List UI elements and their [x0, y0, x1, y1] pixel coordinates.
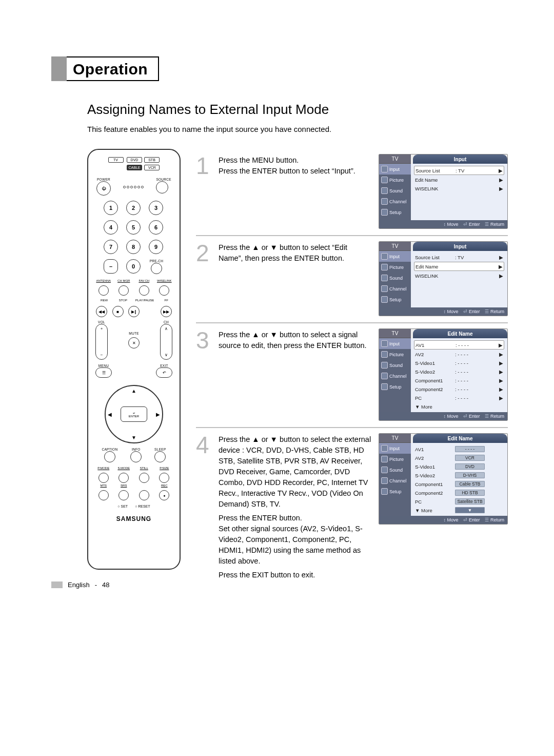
osd-side-label: Picture [389, 178, 404, 183]
nav-up: ▲ [131, 388, 136, 394]
rew-button: ◀◀ [96, 306, 107, 317]
wiselink-label: WISELINK [154, 279, 175, 282]
osd-row-arrow-icon: ▶ [498, 255, 503, 260]
osd-side-item: Sound [379, 273, 411, 283]
osd-side-label: Picture [389, 352, 404, 357]
osd-row-label: AV1 [416, 342, 456, 348]
info-label: INFO [130, 448, 142, 451]
antenna-label: ANTENNA [93, 279, 114, 282]
osd-side-item: Channel [379, 475, 411, 486]
osd-footer: ↕ Move⏎ Enter☰ Return [379, 516, 507, 524]
osd-side-item: Setup [379, 486, 411, 497]
steps-list: 1Press the MENU button.Press the ENTER b… [196, 149, 508, 584]
step-number: 4 [196, 433, 211, 584]
osd-hint: ⏎ Enter [463, 309, 480, 314]
osd-side-icon [381, 264, 388, 270]
menu-button: ☰ [95, 367, 112, 378]
step: 3Press the ▲ or ▼ button to select a sig… [196, 323, 508, 428]
osd-side-icon [381, 445, 388, 452]
osd-row: AV1- - - - [414, 445, 504, 453]
num-5: 5 [126, 220, 141, 235]
osd-side-label: Channel [389, 478, 407, 483]
enter-button: ↵ ENTER [121, 406, 147, 422]
osd-footer: ↕ Move⏎ Enter☰ Return [379, 220, 507, 228]
osd-hint: ⏎ Enter [463, 222, 480, 227]
osd-row-arrow-icon: ▶ [498, 395, 503, 401]
osd-sidebar: InputPictureSoundChannelSetup [379, 443, 411, 516]
osd-row-tag: Satellite STB [455, 498, 485, 505]
osd-hint: ↕ Move [443, 517, 458, 522]
header-title: Operation [67, 56, 159, 81]
osd-row-label: S-Video2 [415, 369, 455, 375]
osd-row-arrow-icon: ▶ [498, 378, 503, 383]
osd-side-icon [381, 187, 388, 194]
osd-row-tag: DVD [455, 463, 485, 470]
power-button: ⏻ [96, 181, 111, 196]
osd-row-label: WISELINK [415, 186, 455, 191]
mts-button [98, 490, 109, 500]
step-text: Press the ▲ or ▼ button to select “Edit … [219, 241, 371, 316]
exit-button: ↶ [156, 367, 172, 378]
osd-side-item: Channel [379, 196, 411, 207]
osd-row: Component1: - - - -▶ [414, 376, 504, 384]
osd-row-label: S-Video1 [415, 464, 455, 470]
osd-sidebar: InputPictureSoundChannelSetup [379, 338, 411, 412]
osd-row-tag: HD STB [455, 490, 485, 496]
step-number: 3 [196, 328, 211, 421]
osd-preview: TVInputInputPictureSoundChannelSetupSour… [379, 241, 508, 316]
osd-side-item: Input [379, 164, 411, 175]
osd-side-icon [381, 198, 388, 205]
osd-side-label: Setup [389, 297, 402, 302]
osd-row: Component1Cable STB [414, 480, 504, 488]
osd-row-tag: ▼ [455, 507, 485, 513]
osd-side-label: Channel [389, 286, 407, 292]
osd-row-label: ▼ More [415, 404, 455, 410]
osd-row-value: : - - - - [455, 369, 498, 375]
osd-hint: ☰ Return [485, 222, 504, 227]
osd-row-value: : TV [456, 168, 498, 173]
osd-row-arrow-icon: ▶ [498, 186, 503, 191]
osd-side-icon [381, 253, 388, 260]
osd-row: Component2HD STB [414, 489, 504, 497]
osd-hint: ⏎ Enter [463, 517, 480, 522]
stop-button: ■ [112, 306, 124, 317]
osd-hint: ☰ Return [485, 309, 504, 314]
step: 4Press the ▲ or ▼ button to select the e… [196, 428, 508, 584]
osd-side-icon [381, 456, 388, 462]
osd-side-item: Input [379, 251, 411, 262]
osd-row-value: : - - - - [456, 342, 498, 348]
volume-rocker: +− [95, 324, 108, 360]
remote-mode-tv: TV [108, 157, 124, 163]
section-intro: This feature enables you to name the inp… [87, 125, 508, 133]
osd-row-label: Source List [416, 168, 456, 173]
osd-row: Edit Name▶ [414, 176, 504, 184]
osd-side-label: Sound [389, 276, 403, 281]
num-2: 2 [126, 201, 141, 215]
srs-button [118, 490, 129, 500]
still-button [139, 473, 149, 483]
psize-label: P.SIZE [154, 467, 175, 470]
osd-row: S-Video1DVD [414, 462, 504, 471]
nav-right: ▶ [156, 412, 160, 417]
osd-side-item: Picture [379, 262, 411, 273]
osd-side-label: Setup [389, 384, 402, 390]
osd-row: ▼ More [414, 402, 504, 411]
step-paragraph: Press the ENTER button.Set other signal … [219, 513, 371, 567]
caption-button [104, 451, 115, 462]
footer-sep: - [95, 581, 97, 589]
osd-tv-label: TV [379, 154, 411, 164]
osd-side-label: Input [389, 341, 400, 346]
osd-tv-label: TV [379, 242, 411, 251]
osd-row: AV2VCR [414, 454, 504, 462]
rew-label: REW [93, 299, 115, 302]
osd-side-icon [381, 373, 388, 379]
osd-side-item: Sound [379, 360, 411, 371]
osd-side-item: Picture [379, 175, 411, 185]
osd-side-label: Picture [389, 457, 404, 462]
osd-row-tag: VCR [455, 455, 485, 461]
exit-label: EXIT [156, 364, 172, 367]
osd-side-label: Sound [389, 188, 403, 193]
source-label: SOURCE [156, 178, 171, 181]
osd-row-label: AV2 [415, 352, 455, 357]
mts-label: MTS [93, 484, 114, 487]
